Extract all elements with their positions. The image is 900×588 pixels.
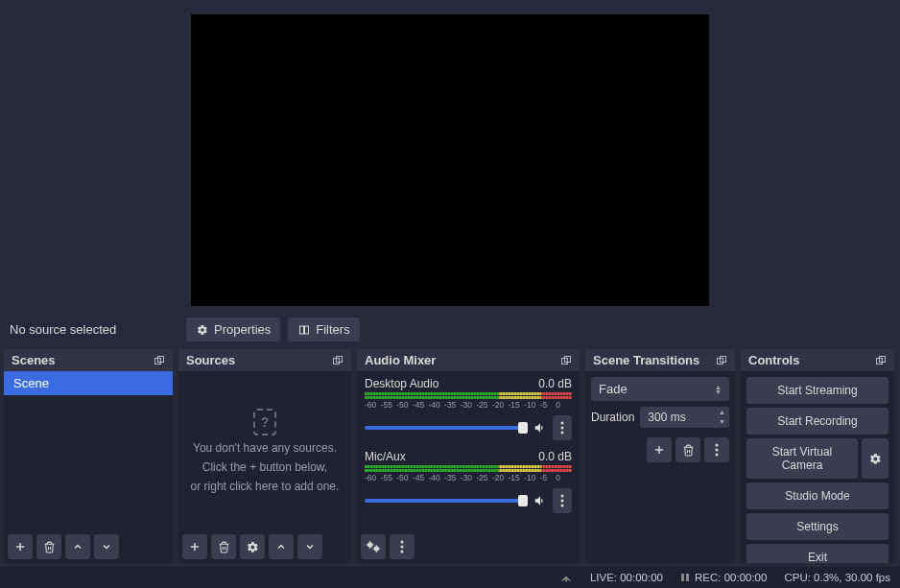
- svg-point-16: [561, 500, 564, 503]
- channel-level: 0.0 dB: [538, 377, 572, 390]
- controls-body: Start Streaming Start Recording Start Vi…: [741, 371, 894, 563]
- studio-mode-button[interactable]: Studio Mode: [746, 482, 888, 509]
- mixer-channel-desktop-audio: Desktop Audio 0.0 dB -60-55-50-45-40-35-…: [365, 377, 572, 440]
- move-scene-up-button[interactable]: [65, 534, 90, 559]
- spin-up-icon[interactable]: ▲: [717, 408, 727, 417]
- start-streaming-button[interactable]: Start Streaming: [746, 377, 888, 404]
- filters-icon: [297, 323, 311, 337]
- move-source-up-button[interactable]: [269, 534, 294, 559]
- dock-row: Scenes Scene Sources ? You don't have an…: [0, 349, 900, 567]
- live-label: LIVE: 00:00:00: [590, 572, 663, 583]
- speaker-icon[interactable]: [533, 494, 547, 507]
- sources-empty-state: ? You don't have any sources. Click the …: [178, 371, 351, 530]
- popout-icon[interactable]: [154, 355, 165, 366]
- speaker-icon[interactable]: [533, 421, 547, 435]
- add-source-button[interactable]: [182, 534, 207, 559]
- scenes-list[interactable]: Scene: [4, 371, 173, 530]
- gear-icon: [196, 323, 209, 337]
- popout-icon[interactable]: [332, 355, 343, 366]
- svg-point-14: [561, 432, 564, 435]
- spin-down-icon[interactable]: ▼: [717, 417, 727, 427]
- mixer-title: Audio Mixer: [365, 353, 436, 367]
- transitions-header: Scene Transitions: [585, 349, 735, 371]
- duration-label: Duration: [591, 411, 634, 424]
- sources-toolbar: [178, 530, 351, 563]
- volume-slider[interactable]: [365, 426, 528, 430]
- sources-empty-line3: or right click here to add one.: [191, 480, 340, 493]
- transitions-title: Scene Transitions: [593, 353, 699, 367]
- add-scene-button[interactable]: [8, 534, 33, 559]
- svg-rect-1: [305, 326, 309, 334]
- mixer-channel-mic-aux: Mic/Aux 0.0 dB -60-55-50-45-40-35-30-25-…: [365, 450, 572, 513]
- channel-name: Desktop Audio: [365, 377, 438, 390]
- move-scene-down-button[interactable]: [94, 534, 119, 559]
- mixer-menu-button[interactable]: [390, 534, 414, 559]
- scenes-dock: Scenes Scene: [4, 349, 173, 563]
- svg-rect-33: [681, 574, 684, 581]
- preview-area: [0, 0, 900, 310]
- status-live: LIVE: 00:00:00: [590, 572, 663, 583]
- rec-label: REC: 00:00:00: [695, 572, 767, 583]
- channel-level: 0.0 dB: [538, 450, 572, 463]
- remove-transition-button[interactable]: [675, 437, 700, 462]
- scene-item[interactable]: Scene: [4, 371, 173, 395]
- meter-ticks: -60-55-50-45-40-35-30-25-20-15-10-50: [365, 400, 572, 410]
- sources-list[interactable]: ? You don't have any sources. Click the …: [178, 371, 351, 530]
- transitions-body: Fade ▲▼ Duration ▲ ▼: [585, 371, 735, 468]
- properties-button[interactable]: Properties: [186, 318, 280, 341]
- status-bar: LIVE: 00:00:00 REC: 00:00:00 CPU: 0.3%, …: [0, 567, 900, 588]
- cpu-label: CPU: 0.3%, 30.00 fps: [784, 572, 890, 583]
- meter-ticks: -60-55-50-45-40-35-30-25-20-15-10-50: [365, 473, 572, 482]
- virtual-camera-settings-button[interactable]: [862, 438, 888, 479]
- transition-selected: Fade: [599, 382, 628, 396]
- mixer-header: Audio Mixer: [357, 349, 580, 371]
- question-icon: ?: [253, 409, 277, 435]
- filters-label: Filters: [316, 322, 349, 337]
- channel-options-button[interactable]: [553, 488, 572, 513]
- controls-header: Controls: [741, 349, 894, 371]
- move-source-down-button[interactable]: [297, 534, 322, 559]
- remove-source-button[interactable]: [211, 534, 236, 559]
- sources-header: Sources: [178, 349, 351, 371]
- transitions-dock: Scene Transitions Fade ▲▼ Duration ▲ ▼: [585, 349, 735, 563]
- popout-icon[interactable]: [875, 355, 887, 366]
- channel-options-button[interactable]: [553, 415, 572, 440]
- svg-point-15: [561, 495, 564, 498]
- source-properties-button[interactable]: [240, 534, 265, 559]
- svg-point-27: [716, 444, 719, 447]
- duration-spinbox[interactable]: ▲ ▼: [640, 407, 729, 428]
- transition-select[interactable]: Fade ▲▼: [591, 377, 729, 401]
- settings-button[interactable]: Settings: [746, 513, 888, 540]
- svg-point-29: [716, 454, 719, 457]
- mixer-body: Desktop Audio 0.0 dB -60-55-50-45-40-35-…: [357, 371, 580, 530]
- pause-icon: [680, 573, 690, 582]
- controls-dock: Controls Start Streaming Start Recording…: [741, 349, 894, 563]
- controls-title: Controls: [748, 353, 799, 367]
- transition-properties-button[interactable]: [704, 437, 729, 462]
- start-recording-button[interactable]: Start Recording: [746, 408, 888, 435]
- exit-button[interactable]: Exit: [746, 544, 888, 563]
- volume-slider[interactable]: [365, 499, 528, 503]
- scenes-title: Scenes: [12, 353, 56, 367]
- svg-point-32: [565, 580, 566, 581]
- svg-point-12: [561, 422, 564, 425]
- remove-scene-button[interactable]: [36, 534, 61, 559]
- filters-button[interactable]: Filters: [288, 318, 359, 341]
- duration-input[interactable]: [648, 411, 717, 424]
- signal-icon: [559, 572, 573, 583]
- svg-point-18: [367, 542, 372, 547]
- popout-icon[interactable]: [716, 355, 727, 366]
- svg-rect-34: [686, 574, 689, 581]
- status-rec: REC: 00:00:00: [680, 572, 767, 583]
- sources-dock: Sources ? You don't have any sources. Cl…: [178, 349, 351, 563]
- no-source-label: No source selected: [10, 322, 178, 337]
- popout-icon[interactable]: [560, 355, 572, 366]
- audio-meter: -60-55-50-45-40-35-30-25-20-15-10-50: [365, 465, 572, 482]
- add-transition-button[interactable]: [647, 437, 672, 462]
- scenes-header: Scenes: [4, 349, 173, 371]
- advanced-audio-button[interactable]: [361, 534, 386, 559]
- preview-canvas[interactable]: [191, 14, 709, 306]
- svg-rect-0: [300, 326, 304, 334]
- context-bar: No source selected Properties Filters: [0, 310, 900, 349]
- start-virtual-camera-button[interactable]: Start Virtual Camera: [746, 438, 858, 479]
